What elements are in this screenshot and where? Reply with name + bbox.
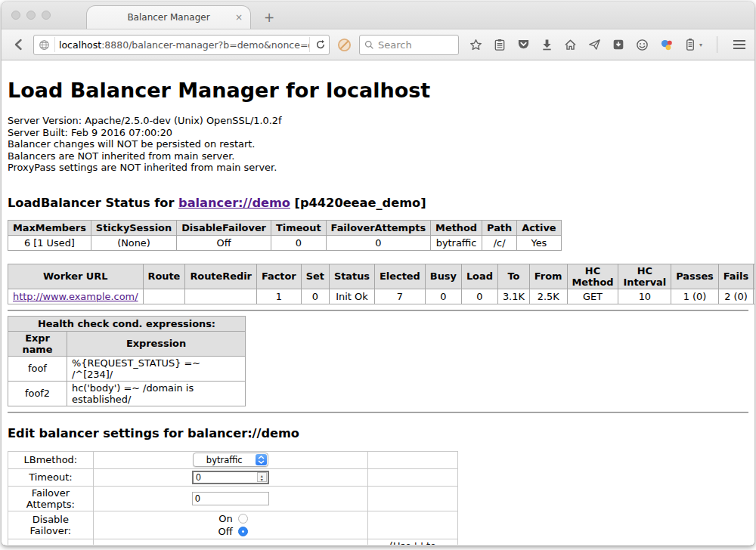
titlebar: Balancer Manager × + bbox=[2, 2, 754, 29]
form-row-failover: Failover Attempts: bbox=[8, 486, 458, 511]
cell-set: 0 bbox=[301, 289, 329, 304]
lbmethod-select[interactable]: bytraffic bbox=[193, 453, 268, 467]
select-stepper-icon bbox=[256, 454, 267, 465]
expression-cell: %{REQUEST_STATUS} =~ /^[234]/ bbox=[67, 356, 246, 381]
col-passes: Passes bbox=[671, 264, 719, 289]
cell-from: 2.5K bbox=[529, 289, 567, 304]
col-active: Active bbox=[517, 220, 561, 235]
extension-download-icon[interactable] bbox=[612, 39, 624, 51]
divider bbox=[8, 310, 748, 311]
cell-route bbox=[143, 289, 185, 304]
table-header-row: Worker URL Route RouteRedir Factor Set S… bbox=[8, 264, 755, 289]
url-path: :8880/balancer-manager?b=demo&nonce=decc… bbox=[101, 39, 309, 51]
col-hc-uri: HC uri bbox=[754, 264, 754, 289]
col-expression: Expression bbox=[67, 331, 246, 356]
close-window-button[interactable] bbox=[11, 11, 20, 20]
table-row: foof %{REQUEST_STATUS} =~ /^[234]/ bbox=[8, 356, 246, 381]
off-label: Off bbox=[213, 526, 233, 537]
tab-close-icon[interactable]: × bbox=[235, 12, 243, 23]
timeout-input[interactable]: 0 ▴▾ bbox=[192, 471, 269, 484]
blocked-content-icon[interactable] bbox=[337, 38, 352, 52]
col-from: From bbox=[529, 264, 567, 289]
new-tab-button[interactable]: + bbox=[260, 10, 278, 25]
cell-hc-uri bbox=[754, 289, 754, 304]
balancer-link[interactable]: balancer://demo bbox=[178, 196, 290, 210]
search-input[interactable] bbox=[378, 39, 454, 51]
home-icon[interactable] bbox=[564, 39, 577, 51]
lbmethod-hint bbox=[367, 451, 457, 468]
col-stickysession: StickySession bbox=[91, 220, 176, 235]
search-bar[interactable] bbox=[359, 35, 459, 55]
search-icon bbox=[364, 40, 374, 50]
col-elected: Elected bbox=[375, 264, 426, 289]
col-route: Route bbox=[143, 264, 185, 289]
disable-failover-cell: On Off bbox=[93, 511, 367, 539]
pocket-icon[interactable] bbox=[517, 39, 530, 51]
proxypass-note: ProxyPass settings are NOT inherited fro… bbox=[8, 162, 748, 174]
col-fails: Fails bbox=[718, 264, 753, 289]
failover-attempts-input[interactable] bbox=[192, 492, 269, 505]
minimize-window-button[interactable] bbox=[26, 11, 36, 20]
radio-on-row: On bbox=[98, 512, 363, 525]
send-tab-icon[interactable] bbox=[588, 39, 601, 51]
window-controls[interactable] bbox=[11, 11, 51, 20]
status-heading-suffix: [p4420eeae_demo] bbox=[290, 196, 426, 210]
cell-timeout: 0 bbox=[271, 235, 326, 250]
cell-to: 3.1K bbox=[497, 289, 529, 304]
feedback-smiley-icon[interactable] bbox=[636, 39, 649, 51]
cell-method: bytraffic bbox=[431, 235, 482, 250]
page-title: Load Balancer Manager for localhost bbox=[8, 60, 748, 102]
browser-tab[interactable]: Balancer Manager × bbox=[86, 5, 251, 29]
battery-icon[interactable] bbox=[685, 38, 696, 51]
cell-busy: 0 bbox=[425, 289, 461, 304]
zoom-window-button[interactable] bbox=[42, 11, 51, 20]
form-row-sticky: Sticky Session: (Use '-' to delete) bbox=[8, 539, 458, 545]
globe-icon bbox=[39, 37, 55, 52]
form-row-lbmethod: LBmethod: bytraffic bbox=[8, 451, 458, 468]
failover-label: Failover Attempts: bbox=[8, 486, 94, 511]
reading-list-icon[interactable] bbox=[494, 39, 506, 51]
lbmethod-label: LBmethod: bbox=[8, 451, 94, 468]
disable-failover-label: Disable Failover: bbox=[8, 511, 94, 539]
server-version: Server Version: Apache/2.5.0-dev (Unix) … bbox=[8, 115, 748, 127]
url-bar[interactable]: localhost:8880/balancer-manager?b=demo&n… bbox=[33, 35, 330, 55]
dropdown-caret-icon[interactable]: ▾ bbox=[699, 42, 702, 48]
table-row: http://www.example.com/ 1 0 Init Ok 7 0 … bbox=[8, 289, 755, 304]
worker-url-link[interactable]: http://www.example.com/ bbox=[13, 291, 138, 302]
health-table-title: Health check cond. expressions: bbox=[8, 316, 246, 331]
bookmark-star-icon[interactable] bbox=[469, 39, 482, 51]
server-built: Server Built: Feb 9 2016 07:00:20 bbox=[8, 127, 748, 139]
menu-icon[interactable] bbox=[732, 39, 747, 51]
balancer-settings-form: LBmethod: bytraffic Timeout: bbox=[8, 451, 458, 545]
lbmethod-selected-value: bytraffic bbox=[194, 455, 256, 465]
col-routeredir: RouteRedir bbox=[185, 264, 257, 289]
cell-load: 0 bbox=[461, 289, 497, 304]
reload-icon[interactable] bbox=[309, 37, 326, 52]
number-stepper-icon[interactable]: ▴▾ bbox=[257, 472, 267, 482]
form-row-timeout: Timeout: 0 ▴▾ bbox=[8, 468, 458, 486]
browser-window: Balancer Manager × + localhost:8880/bala… bbox=[2, 2, 754, 545]
disable-failover-hint bbox=[367, 511, 457, 539]
back-icon[interactable] bbox=[9, 35, 29, 54]
health-check-table: Health check cond. expressions: Expr nam… bbox=[8, 316, 246, 406]
edit-settings-heading: Edit balancer settings for balancer://de… bbox=[8, 426, 748, 440]
cell-failoverattempts: 0 bbox=[326, 235, 430, 250]
col-busy: Busy bbox=[425, 264, 461, 289]
downloads-icon[interactable] bbox=[541, 39, 553, 51]
server-info: Server Version: Apache/2.5.0-dev (Unix) … bbox=[8, 115, 748, 174]
col-timeout: Timeout bbox=[271, 220, 326, 235]
col-disablefailover: DisableFailover bbox=[177, 220, 271, 235]
url-text[interactable]: localhost:8880/balancer-manager?b=demo&n… bbox=[59, 39, 309, 51]
sticky-session-hint: (Use '-' to delete) bbox=[367, 539, 457, 545]
timeout-label: Timeout: bbox=[8, 468, 94, 486]
radio-on[interactable] bbox=[238, 514, 248, 524]
url-host: localhost bbox=[59, 39, 101, 51]
color-dots-icon[interactable] bbox=[660, 39, 674, 51]
cell-fails: 2 (0) bbox=[718, 289, 753, 304]
col-maxmembers: MaxMembers bbox=[8, 220, 91, 235]
radio-off-selected[interactable] bbox=[238, 527, 248, 536]
balancer-status-table: MaxMembers StickySession DisableFailover… bbox=[8, 220, 562, 251]
failover-hint bbox=[367, 486, 457, 511]
col-failoverattempts: FailoverAttempts bbox=[326, 220, 430, 235]
worker-url-cell: http://www.example.com/ bbox=[8, 289, 144, 304]
